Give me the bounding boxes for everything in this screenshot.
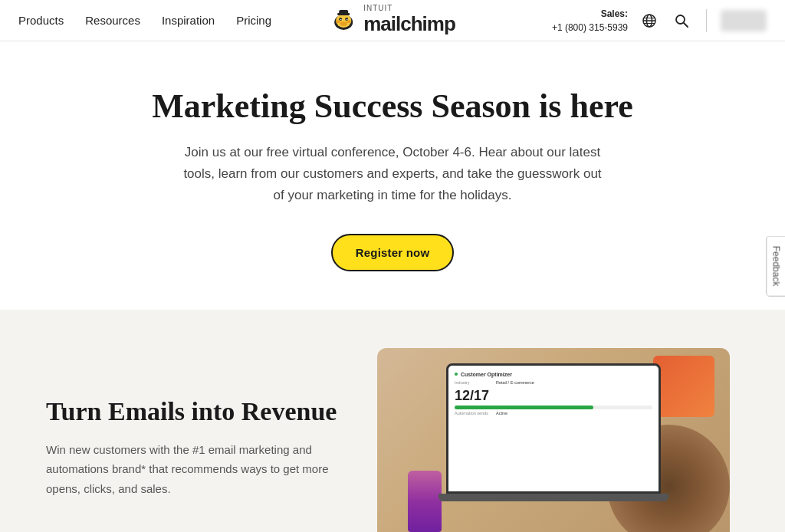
orange-box-decoration <box>653 356 714 417</box>
screen-big-number: 12/17 <box>455 388 652 404</box>
section2-text: Turn Emails into Revenue Win new custome… <box>46 396 337 498</box>
nav-divider <box>706 9 707 32</box>
mailchimp-chimp-icon <box>330 7 357 34</box>
screen-industry-value: Retail / E-commerce <box>496 380 534 385</box>
search-button[interactable] <box>671 10 692 31</box>
sales-label: Sales: <box>601 8 628 19</box>
can-decoration <box>408 471 442 532</box>
laptop-screen: Customer Optimizer Industry Retail / E-c… <box>446 363 661 494</box>
screen-row-1: Industry Retail / E-commerce <box>455 380 652 385</box>
svg-point-4 <box>340 21 347 26</box>
laptop-scene: Customer Optimizer Industry Retail / E-c… <box>377 348 730 532</box>
logo-area[interactable]: intuit mailchimp <box>330 5 455 36</box>
screen-industry-label: Industry <box>455 380 493 385</box>
screen-sends-label: Automation sends <box>455 411 493 415</box>
nav-link-products[interactable]: Products <box>18 14 64 27</box>
screen-content: Customer Optimizer Industry Retail / E-c… <box>455 372 652 415</box>
laptop-illustration: Customer Optimizer Industry Retail / E-c… <box>446 363 661 501</box>
globe-icon <box>642 13 657 28</box>
section2-title: Turn Emails into Revenue <box>46 396 337 428</box>
email-revenue-section: Turn Emails into Revenue Win new custome… <box>0 310 785 532</box>
screen-progress-bar-bg <box>455 406 652 409</box>
nav-link-inspiration[interactable]: Inspiration <box>162 14 215 27</box>
screen-row-2: Automation sends Active <box>455 411 652 415</box>
section2-image: Customer Optimizer Industry Retail / E-c… <box>368 348 739 532</box>
sales-info: Sales: +1 (800) 315-5939 <box>552 7 628 34</box>
intuit-label: intuit <box>363 5 455 12</box>
svg-point-6 <box>347 18 348 20</box>
screen-progress-bar-fill <box>455 406 593 409</box>
nav-link-pricing[interactable]: Pricing <box>236 14 271 27</box>
screen-status-dot <box>455 373 458 376</box>
feedback-tab[interactable]: Feedback <box>767 236 785 297</box>
main-navigation: Products Resources Inspiration Pricing <box>0 0 785 41</box>
hero-subtitle: Join us at our free virtual conference, … <box>178 142 607 206</box>
nav-right: Sales: +1 (800) 315-5939 <box>552 7 767 34</box>
register-now-button[interactable]: Register now <box>331 234 455 271</box>
user-avatar[interactable] <box>721 10 767 31</box>
hero-title: Marketing Success Season is here <box>132 87 653 126</box>
svg-point-7 <box>336 20 340 23</box>
nav-left: Products Resources Inspiration Pricing <box>18 14 271 27</box>
svg-rect-10 <box>339 10 348 15</box>
nav-link-resources[interactable]: Resources <box>85 14 140 27</box>
screen-app-title: Customer Optimizer <box>461 372 512 377</box>
svg-point-8 <box>347 20 351 23</box>
mailchimp-label: mailchimp <box>363 12 455 35</box>
search-icon <box>674 13 689 28</box>
laptop-base <box>438 494 668 501</box>
svg-line-17 <box>684 23 688 27</box>
language-selector-button[interactable] <box>639 10 660 31</box>
svg-point-16 <box>676 15 685 24</box>
svg-point-5 <box>340 18 342 20</box>
sales-number[interactable]: +1 (800) 315-5939 <box>552 22 628 33</box>
screen-sends-value: Active <box>496 411 507 415</box>
hero-section: Marketing Success Season is here Join us… <box>0 41 785 310</box>
section2-description: Win new customers with the #1 email mark… <box>46 440 337 499</box>
